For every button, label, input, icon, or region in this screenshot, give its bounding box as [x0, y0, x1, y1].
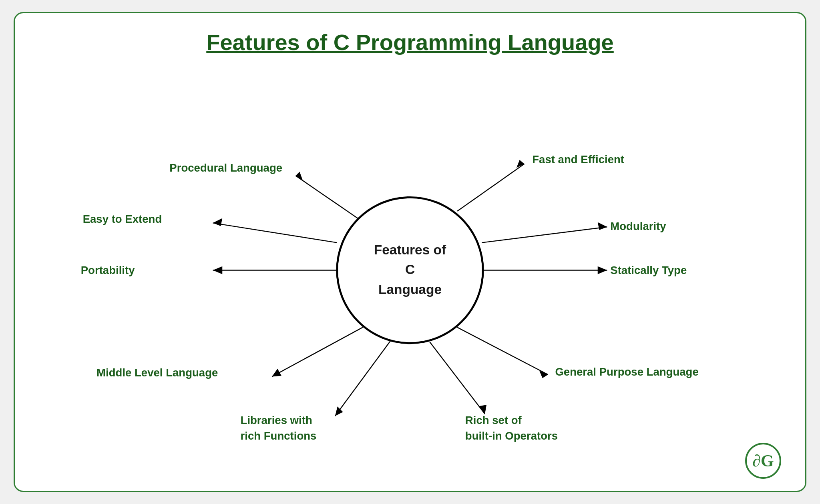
page-title: Features of C Programming Language [15, 13, 805, 55]
label-easy: Easy to Extend [83, 213, 162, 225]
logo: ∂G [745, 443, 781, 479]
label-general: General Purpose Language [555, 366, 698, 378]
arrow-procedural [295, 172, 303, 180]
label-libraries-line2: rich Functions [241, 430, 317, 442]
arrow-richset [479, 405, 486, 414]
line-easy [213, 223, 337, 242]
center-text-line3: Language [378, 282, 442, 297]
label-richset-line2: built-in Operators [465, 430, 558, 442]
arrow-statically [598, 266, 607, 274]
label-procedural: Procedural Language [169, 162, 282, 174]
arrow-portability [213, 266, 223, 274]
line-libraries [335, 341, 390, 416]
line-middle [272, 327, 362, 376]
line-modularity [482, 227, 607, 242]
logo-text: ∂G [752, 451, 774, 470]
arrow-general [539, 371, 548, 378]
label-richset-line1: Rich set of [465, 414, 522, 426]
label-fast: Fast and Efficient [532, 153, 624, 166]
arrow-easy [213, 218, 223, 226]
line-fast [457, 164, 524, 211]
center-text-line2: C [405, 262, 415, 277]
line-general [457, 327, 548, 374]
center-text-line1: Features of [374, 242, 446, 257]
label-middle: Middle Level Language [96, 366, 218, 379]
arrow-libraries [335, 406, 343, 416]
label-modularity: Modularity [610, 220, 666, 232]
line-procedural [295, 176, 359, 219]
main-card: Features of C Programming Language Featu… [14, 12, 806, 492]
line-richset [430, 342, 485, 414]
diagram-svg: Features of C Language Procedural Langua… [15, 77, 805, 491]
label-statically: Statically Type [610, 264, 687, 276]
diagram-area: Features of C Language Procedural Langua… [15, 77, 805, 491]
arrow-modularity [598, 222, 607, 230]
label-libraries-line1: Libraries with [241, 414, 312, 426]
label-portability: Portability [81, 264, 135, 276]
